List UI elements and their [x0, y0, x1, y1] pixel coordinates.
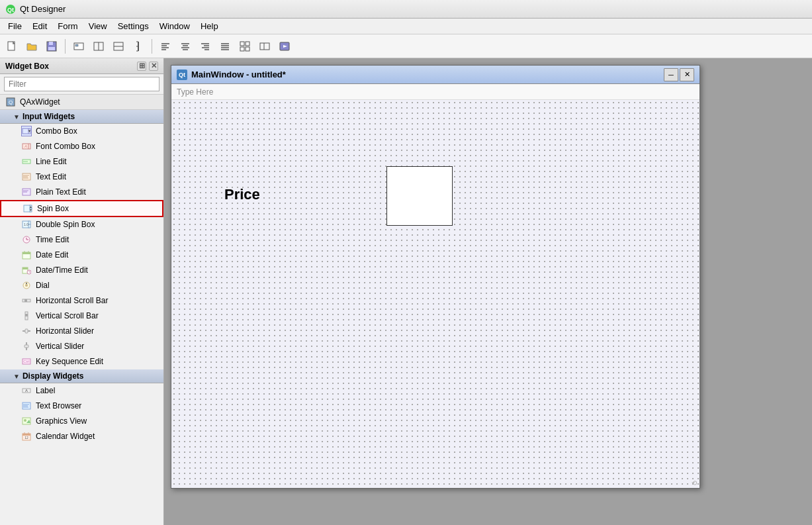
svg-rect-86: [25, 329, 28, 333]
layout-button-3[interactable]: [129, 37, 148, 56]
vscroll-icon: [21, 310, 32, 321]
app-title: Qt Designer: [20, 4, 66, 14]
svg-text:▼: ▼: [29, 208, 32, 212]
double-spin-icon: 1.0: [21, 219, 32, 230]
category-arrow-display: ▼: [13, 373, 20, 380]
hscroll-label: Horizontal Scroll Bar: [36, 296, 108, 305]
combo-icon: ▼: [21, 126, 32, 136]
svg-text:Ctrl: Ctrl: [23, 359, 29, 363]
align-center-button[interactable]: [176, 37, 195, 56]
wb-float-button[interactable]: ⊞: [137, 62, 146, 71]
layout-button-1[interactable]: [89, 37, 108, 56]
cal-icon: 12: [21, 431, 32, 442]
sidebar-item-combo-box[interactable]: ▼ Combo Box: [0, 124, 163, 139]
keyseq-label: Key Sequence Edit: [36, 357, 103, 366]
svg-text:▼: ▼: [28, 129, 31, 133]
category-input-widgets[interactable]: ▼ Input Widgets: [0, 110, 163, 124]
svg-text:A: A: [25, 389, 28, 393]
title-bar: Qt Qt Designer: [0, 0, 812, 19]
mw-canvas[interactable]: Price ⟲: [171, 100, 699, 488]
combo-box-label: Combo Box: [36, 126, 77, 136]
sidebar-item-calendar-widget[interactable]: 12 Calendar Widget: [0, 429, 163, 444]
category-display-widgets[interactable]: ▼ Display Widgets: [0, 369, 163, 383]
hscroll-icon: [21, 295, 32, 306]
mw-minimize-button[interactable]: ─: [664, 68, 678, 81]
svg-rect-88: [24, 345, 28, 348]
filter-input[interactable]: [4, 77, 159, 91]
browser-icon: [21, 401, 32, 411]
svg-rect-4: [49, 42, 53, 45]
align-right-button[interactable]: [196, 37, 214, 56]
graphics-view-label: Graphics View: [36, 416, 87, 426]
label-label: Label: [36, 386, 55, 395]
double-spin-box-label: Double Spin Box: [36, 220, 95, 229]
price-label: Price: [224, 186, 260, 203]
sidebar-item-hslider[interactable]: Horizontal Slider: [0, 324, 163, 339]
svg-text:12: 12: [24, 436, 28, 440]
wb-header-controls: ⊞ ✕: [137, 62, 158, 71]
main-window-title: MainWindow - untitled*: [191, 70, 286, 79]
align-left-button[interactable]: [156, 37, 175, 56]
qaxwidget-label: QAxWidget: [20, 97, 60, 107]
sidebar-item-text-edit[interactable]: Text Edit: [0, 169, 163, 185]
menu-settings[interactable]: Settings: [113, 20, 154, 32]
main-window: Qt MainWindow - untitled* ─ ✕ Type Here …: [171, 65, 700, 489]
grid-button-1[interactable]: [236, 37, 254, 56]
sidebar-item-vscroll[interactable]: Vertical Scroll Bar: [0, 309, 163, 324]
menu-edit[interactable]: Edit: [27, 20, 52, 32]
sidebar-item-spin-box[interactable]: ▲▼ Spin Box: [0, 200, 163, 217]
toolbar: [0, 34, 812, 58]
svg-text:A: A: [24, 144, 27, 148]
menu-form[interactable]: Form: [52, 20, 83, 32]
sidebar-item-text-browser[interactable]: Text Browser: [0, 399, 163, 414]
sidebar-item-label[interactable]: A Label: [0, 383, 163, 399]
align-justify-button[interactable]: [216, 37, 234, 56]
sidebar-item-font-combo-box[interactable]: A Font Combo Box: [0, 139, 163, 154]
sidebar-item-time-edit[interactable]: Time Edit: [0, 232, 163, 248]
layout-button-2[interactable]: [109, 37, 128, 56]
spin-box-canvas-widget: [386, 166, 453, 226]
text-browser-label: Text Browser: [36, 401, 81, 410]
sidebar-item-date-edit[interactable]: Date Edit: [0, 248, 163, 263]
sidebar-item-plain-text-edit[interactable]: Plain Text Edit: [0, 185, 163, 200]
sidebar-item-keyseq[interactable]: Ctrl Key Sequence Edit: [0, 354, 163, 369]
new-file-button[interactable]: [3, 37, 21, 56]
category-input-label: Input Widgets: [23, 112, 75, 121]
sidebar-item-vslider[interactable]: Vertical Slider: [0, 339, 163, 354]
grid-button-2[interactable]: [255, 37, 274, 56]
spin-box-icon: ▲▼: [23, 203, 33, 214]
menu-window[interactable]: Window: [154, 20, 195, 32]
category-display-label: Display Widgets: [23, 371, 84, 381]
sidebar-item-line-edit[interactable]: Line Edit: [0, 154, 163, 169]
mw-close-button[interactable]: ✕: [680, 68, 694, 81]
mw-menu-bar[interactable]: Type Here: [171, 84, 699, 100]
menu-file[interactable]: File: [3, 20, 27, 32]
keyseq-icon: Ctrl: [21, 356, 32, 367]
menu-view[interactable]: View: [83, 20, 113, 32]
canvas-area: Qt MainWindow - untitled* ─ ✕ Type Here …: [164, 58, 812, 525]
date-edit-label: Date Edit: [36, 250, 68, 260]
sidebar-item-dial[interactable]: Dial: [0, 278, 163, 293]
save-file-button[interactable]: [42, 37, 61, 56]
toolbar-sep-2: [152, 39, 152, 54]
wb-close-button[interactable]: ✕: [149, 62, 158, 71]
sidebar-item-hscroll[interactable]: Horizontal Scroll Bar: [0, 293, 163, 309]
mw-controls: ─ ✕: [664, 68, 694, 81]
main-window-titlebar: Qt MainWindow - untitled* ─ ✕: [171, 66, 699, 84]
svg-rect-32: [240, 42, 244, 46]
svg-rect-63: [28, 221, 30, 224]
svg-point-98: [24, 419, 26, 422]
widget-box: Widget Box ⊞ ✕ Q QAxWidget ▼ Input Widge…: [0, 58, 164, 525]
sidebar-item-qaxwidget[interactable]: Q QAxWidget: [0, 95, 163, 110]
menu-help[interactable]: Help: [195, 20, 224, 32]
widget-editor-button[interactable]: [69, 37, 88, 56]
sidebar-item-graphics-view[interactable]: Graphics View: [0, 414, 163, 429]
mw-menu-placeholder: Type Here: [177, 87, 213, 97]
hslider-label: Horizontal Slider: [36, 326, 94, 336]
sidebar-item-datetime-edit[interactable]: Date/Time Edit: [0, 263, 163, 278]
preview-button[interactable]: [275, 37, 294, 56]
font-combo-icon: A: [21, 141, 32, 152]
sidebar-item-double-spin-box[interactable]: 1.0 Double Spin Box: [0, 217, 163, 232]
svg-rect-34: [240, 47, 244, 51]
open-file-button[interactable]: [23, 37, 41, 56]
